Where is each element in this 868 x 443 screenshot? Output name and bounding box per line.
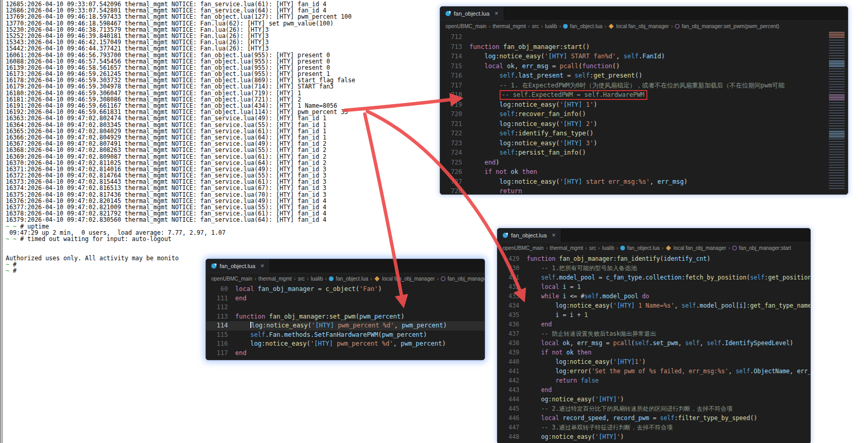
line-number: 112 bbox=[206, 303, 235, 312]
breadcrumb-item[interactable]: thermal_mgmt bbox=[259, 276, 292, 282]
code-line-112[interactable]: 112 bbox=[206, 303, 484, 312]
code-line-712[interactable]: 712 bbox=[440, 32, 848, 42]
tab-close-icon[interactable]: × bbox=[552, 232, 556, 239]
line-number: 115 bbox=[206, 331, 235, 340]
code-line-433[interactable]: 433 while i <= #self.model_pool do bbox=[497, 292, 810, 301]
code-line-448[interactable]: 448 og:notice_easy('[HTY]') bbox=[497, 432, 810, 441]
code-line-60[interactable]: 60local fan_obj_manager = c_object('Fan'… bbox=[206, 285, 484, 294]
code-line-715[interactable]: 715 local ok, err_msg = pcall(function() bbox=[440, 61, 848, 71]
code-area[interactable]: 712713function fan_obj_manager:start()71… bbox=[440, 31, 848, 195]
breadcrumb: openUBMC_main›thermal_mgmt›src›lualib›fa… bbox=[497, 243, 810, 253]
breadcrumb-item[interactable]: local fan_obj_manager bbox=[382, 276, 435, 282]
code-text: end bbox=[235, 294, 484, 303]
terminal-log[interactable]: 12685:2026-04-10 09:33:07.542096 thermal… bbox=[0, 0, 412, 443]
code-line-444[interactable]: 444 og:notice_easy('[HTY]') bbox=[497, 395, 810, 404]
breadcrumb-item[interactable]: local fan_obj_manager bbox=[616, 23, 669, 29]
log-line: 16061:2026-04-10 09:46:56.793700 thermal… bbox=[6, 52, 412, 58]
code-text bbox=[235, 303, 484, 312]
code-line-439[interactable]: 439 if not ok then bbox=[497, 348, 810, 357]
breadcrumb-item[interactable]: src bbox=[532, 23, 539, 29]
breadcrumb-item[interactable]: lualib bbox=[545, 23, 557, 29]
breadcrumb-item[interactable]: src bbox=[298, 276, 304, 282]
breadcrumb-item[interactable]: fan_object.lua bbox=[627, 245, 659, 251]
tab-title: fan_object.lua bbox=[511, 232, 547, 238]
code-text: self.last_present = self:get_present() bbox=[469, 71, 848, 81]
code-area[interactable]: 429function fan_obj_manager:fan_identify… bbox=[497, 253, 810, 441]
code-text: self.Fan.methods.SetFanHardwarePWM(pwm_p… bbox=[235, 331, 484, 340]
breadcrumb-item[interactable]: lualib bbox=[602, 245, 614, 251]
editor-window-fan-identify-function[interactable]: fan_object.lua × openUBMC_main›thermal_m… bbox=[497, 228, 811, 443]
tab-close-icon[interactable]: × bbox=[261, 262, 264, 270]
code-line-442[interactable]: 442 return false bbox=[497, 376, 810, 385]
code-line-437[interactable]: 437 -- 防止转速设置失败后task抛出异常退出 bbox=[497, 329, 810, 338]
code-text: end) bbox=[469, 158, 848, 168]
code-line-727[interactable]: 727 log:notice_easy('[HTY] start err_msg… bbox=[440, 177, 848, 187]
code-line-445[interactable]: 445 -- 2.通过特定百分比下的风扇转速所处的区间进行判断，去掉不符合项 bbox=[497, 404, 810, 413]
code-line-434[interactable]: 434 log:notice_easy('[HTY] 1 Name=%s', s… bbox=[497, 301, 810, 310]
code-line-723[interactable]: 723 log:notice_easy('[HTY] 3') bbox=[440, 138, 848, 148]
line-number: 116 bbox=[206, 339, 235, 349]
code-line-431[interactable]: 431 self.model_pool = c_fan_type.collect… bbox=[497, 273, 810, 282]
code-line-718[interactable]: 718 -- self.ExpectedPWM = self.HardwareP… bbox=[440, 90, 848, 100]
code-line-716[interactable]: 716 self.last_present = self:get_present… bbox=[440, 71, 848, 81]
breadcrumb-item[interactable]: lualib bbox=[311, 276, 323, 282]
code-line-717[interactable]: 717 -- 1. 在ExpectedPWM为0时（为使风扇稳定），或者不在位的… bbox=[440, 81, 848, 91]
code-line-721[interactable]: 721 log:notice_easy('[HTY] 2') bbox=[440, 119, 848, 129]
breadcrumb-item[interactable]: local fan_obj_manager bbox=[673, 245, 726, 251]
code-line-446[interactable]: 446 local record_speed, record_pwm = sel… bbox=[497, 413, 810, 423]
code-line-435[interactable]: 435 i = i + 1 bbox=[497, 310, 810, 320]
code-line-719[interactable]: 719 log:notice_easy('[HTY] 1') bbox=[440, 100, 848, 110]
breadcrumb-item[interactable]: thermal_mgmt bbox=[550, 245, 583, 251]
breadcrumb-separator: › bbox=[325, 275, 327, 282]
code-text: log:notice_easy('[HTY] 2') bbox=[469, 119, 848, 129]
breadcrumb-item[interactable]: fan_obj_manager:set_pwm(pwm_percent) bbox=[448, 276, 484, 282]
breadcrumb-item[interactable]: openUBMC_main bbox=[503, 245, 544, 251]
code-line-441[interactable]: 441 log:error('Set the pwm of %s failed,… bbox=[497, 366, 810, 376]
code-line-726[interactable]: 726 if not ok then bbox=[440, 167, 848, 177]
tab-close-icon[interactable]: × bbox=[495, 10, 499, 17]
code-line-724[interactable]: 724 self:persist_fan_info() bbox=[440, 148, 848, 158]
log-line: 16368:2026-04-10 09:47:02.808263 thermal… bbox=[6, 147, 412, 153]
breadcrumb-item[interactable]: fan_obj_manager:start bbox=[739, 245, 791, 251]
minimap[interactable] bbox=[829, 32, 845, 190]
breadcrumb-item[interactable]: fan_object.lua bbox=[570, 23, 602, 29]
code-line-440[interactable]: 440 log:notice_easy('[HTY]1') bbox=[497, 357, 810, 366]
code-line-722[interactable]: 722 self:identify_fans_type() bbox=[440, 129, 848, 138]
breadcrumb-item[interactable]: openUBMC_main bbox=[211, 276, 252, 282]
line-number: 442 bbox=[497, 376, 527, 385]
breadcrumb-item[interactable]: fan_obj_manager:set_pwm(pwm_percent) bbox=[682, 23, 779, 29]
tab-fan-object-lua[interactable]: fan_object.lua × bbox=[206, 259, 270, 273]
editor-window-set-pwm-function[interactable]: fan_object.lua × openUBMC_main›thermal_m… bbox=[206, 259, 485, 360]
line-number: 712 bbox=[440, 32, 469, 42]
breadcrumb-item[interactable]: thermal_mgmt bbox=[493, 23, 526, 29]
code-line-116[interactable]: 116 log:notice_easy('[HTY] pwm_percent %… bbox=[206, 339, 484, 349]
lua-file-icon bbox=[445, 11, 451, 16]
breadcrumb-separator: › bbox=[541, 23, 543, 29]
code-line-114[interactable]: 114 log:notice_easy('[HTY] pwm_percent %… bbox=[206, 321, 484, 331]
code-line-115[interactable]: 115 self.Fan.methods.SetFanHardwarePWM(p… bbox=[206, 331, 484, 340]
code-line-436[interactable]: 436 end bbox=[497, 320, 810, 329]
code-line-111[interactable]: 111end bbox=[206, 294, 484, 303]
breadcrumb-item[interactable]: fan_object.lua bbox=[336, 276, 368, 282]
code-line-438[interactable]: 438 local ok, err_msg = pcall(self.set_p… bbox=[497, 338, 810, 348]
code-line-430[interactable]: 430 -- 1.把所有可能的型号加入备选池 bbox=[497, 263, 810, 273]
breadcrumb-item[interactable]: src bbox=[589, 245, 596, 251]
code-text: if not ok then bbox=[469, 167, 848, 177]
editor-window-start-function[interactable]: fan_object.lua × openUBMC_main›thermal_m… bbox=[440, 6, 848, 195]
code-line-113[interactable]: 113function fan_obj_manager:set_pwm(pwm_… bbox=[206, 312, 484, 322]
code-line-714[interactable]: 714 log:notice_easy('[HTY] START fan%d',… bbox=[440, 52, 848, 61]
code-line-443[interactable]: 443 end bbox=[497, 385, 810, 395]
tab-fan-object-lua[interactable]: fan_object.lua × bbox=[497, 229, 561, 242]
tab-fan-object-lua[interactable]: fan_object.lua × bbox=[440, 7, 504, 20]
code-line-447[interactable]: 447 -- 3.通过单双转子特征进行判断，去掉不符合项 bbox=[497, 423, 810, 432]
code-line-728[interactable]: 728 return bbox=[440, 186, 848, 195]
breadcrumb-item[interactable]: openUBMC_main bbox=[445, 23, 487, 29]
code-line-720[interactable]: 720 self:recover_fan_info() bbox=[440, 109, 848, 119]
code-text: self:recover_fan_info() bbox=[469, 109, 848, 119]
code-area[interactable]: 60local fan_obj_manager = c_object('Fan'… bbox=[206, 284, 484, 358]
code-line-725[interactable]: 725 end) bbox=[440, 158, 848, 168]
code-line-429[interactable]: 429function fan_obj_manager:fan_identify… bbox=[497, 254, 810, 263]
code-line-432[interactable]: 432 local i = 1 bbox=[497, 282, 810, 292]
code-line-117[interactable]: 117end bbox=[206, 349, 484, 358]
code-line-713[interactable]: 713function fan_obj_manager:start() bbox=[440, 42, 848, 52]
